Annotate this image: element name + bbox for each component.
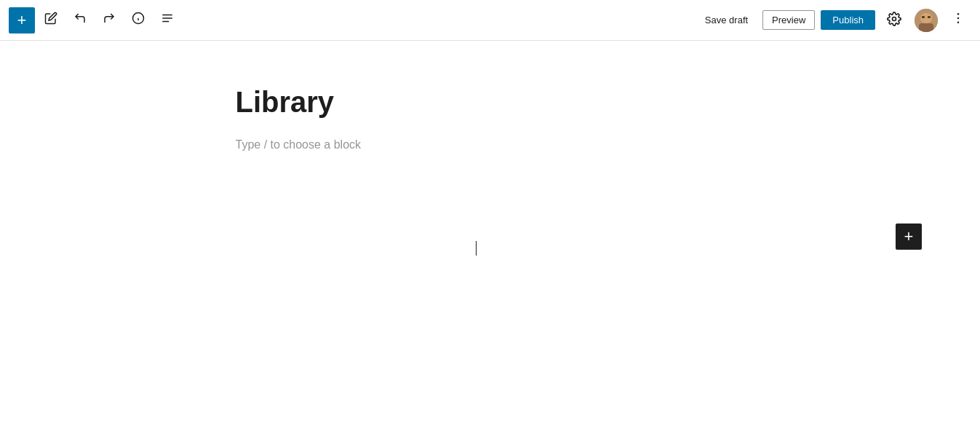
edit-icon [44,12,57,28]
redo-icon [103,12,116,28]
plus-icon: + [17,12,27,28]
info-icon [132,12,145,28]
list-view-button[interactable] [154,7,180,33]
info-button[interactable] [125,7,151,33]
redo-button[interactable] [96,7,122,33]
undo-icon [73,12,87,28]
save-draft-button[interactable]: Save draft [696,10,757,30]
toolbar-left: + [9,7,696,33]
gear-icon [887,12,901,28]
plus-icon-floating: + [904,227,914,246]
more-vertical-icon [951,11,965,29]
avatar-image [915,9,938,32]
preview-button[interactable]: Preview [762,10,815,30]
svg-rect-9 [919,23,933,32]
undo-button[interactable] [67,7,93,33]
post-title[interactable]: Library [236,84,745,119]
toolbar: + [0,0,980,41]
svg-rect-11 [928,16,931,18]
text-cursor [476,241,477,256]
list-icon [161,12,174,28]
svg-point-14 [957,22,960,24]
toolbar-right: Save draft Preview Publish [696,7,971,33]
edit-mode-button[interactable] [38,7,64,33]
svg-rect-8 [920,13,932,23]
more-options-button[interactable] [945,7,971,33]
publish-button[interactable]: Publish [821,10,875,30]
add-block-floating-button[interactable]: + [896,224,922,250]
editor-content: Library Type / to choose a block [236,84,745,424]
add-block-button[interactable]: + [9,7,35,33]
avatar [915,9,938,32]
svg-point-6 [893,17,896,21]
svg-point-12 [957,13,960,15]
svg-point-13 [957,17,960,20]
settings-button[interactable] [881,7,907,33]
block-placeholder[interactable]: Type / to choose a block [236,137,745,153]
svg-rect-10 [922,16,925,18]
editor-area: Library Type / to choose a block + [0,41,980,439]
user-avatar-button[interactable] [913,7,939,33]
